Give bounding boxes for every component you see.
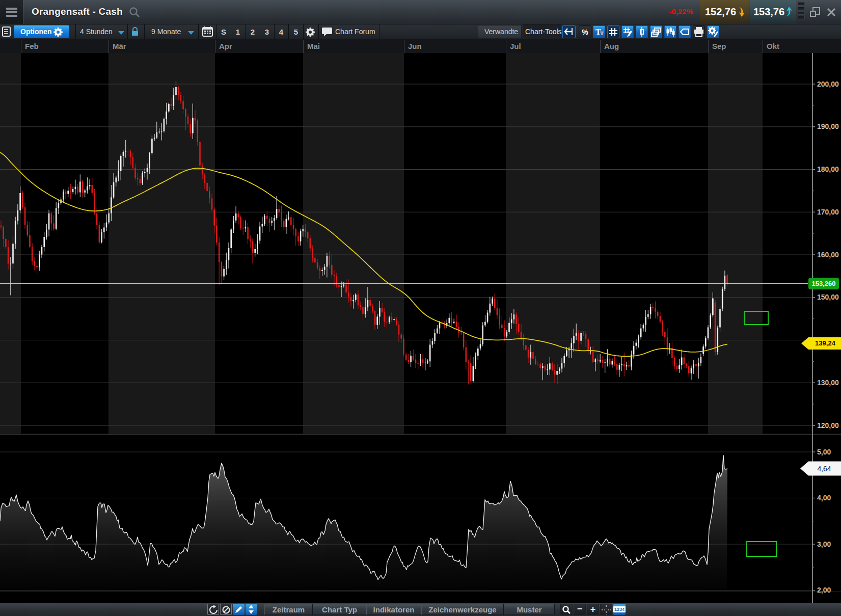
svg-text:200,00: 200,00 [817,80,839,88]
svg-text:130,00: 130,00 [817,379,839,387]
svg-text:5,00: 5,00 [817,448,831,456]
svg-text:139,24: 139,24 [815,339,836,347]
svg-text:190,00: 190,00 [817,122,839,130]
svg-text:3,00: 3,00 [817,540,831,548]
svg-text:153,260: 153,260 [812,280,836,287]
svg-text:160,00: 160,00 [817,251,839,259]
svg-text:170,00: 170,00 [817,208,839,216]
svg-text:T: T [600,30,604,36]
svg-text:4,00: 4,00 [817,494,831,502]
svg-text:150,00: 150,00 [817,293,839,301]
svg-text:2,00: 2,00 [817,586,831,594]
svg-text:120,00: 120,00 [817,421,839,430]
svg-text:4,64: 4,64 [817,465,831,473]
svg-text:180,00: 180,00 [817,165,839,173]
